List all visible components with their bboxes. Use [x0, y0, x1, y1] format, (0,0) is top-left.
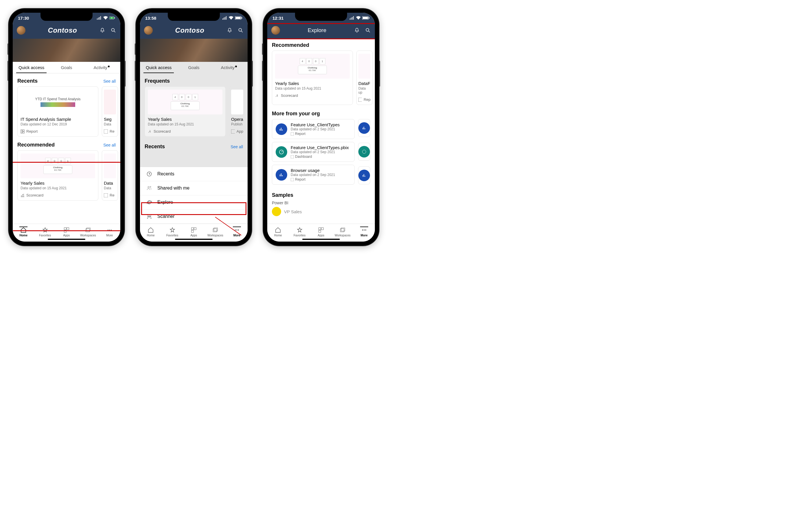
- nav-more[interactable]: More: [101, 227, 118, 237]
- hero-image: [13, 39, 120, 62]
- nav-apps[interactable]: Apps: [58, 227, 75, 237]
- svg-rect-42: [291, 155, 294, 158]
- scanner-icon: [146, 214, 152, 219]
- svg-point-44: [362, 150, 366, 154]
- home-icon: [275, 227, 281, 233]
- more-recents[interactable]: Recents: [140, 167, 248, 181]
- svg-rect-13: [86, 229, 90, 232]
- more-scanner[interactable]: Scanner: [140, 210, 248, 224]
- svg-point-15: [108, 230, 108, 231]
- nav-favorites[interactable]: Favorites: [164, 227, 181, 237]
- nav-apps[interactable]: Apps: [185, 227, 202, 237]
- star-icon: [169, 227, 176, 233]
- nav-home[interactable]: Home: [142, 227, 159, 237]
- report-icon: [291, 178, 294, 181]
- avatar[interactable]: [144, 26, 153, 35]
- svg-point-26: [146, 201, 152, 204]
- search-icon[interactable]: [238, 27, 244, 33]
- more-explore[interactable]: Explore: [140, 195, 248, 210]
- svg-rect-29: [192, 230, 194, 232]
- recommended-card-yearly-sales[interactable]: 4 0 0 1 Clothing63.76K Yearly Sales Data…: [272, 51, 353, 105]
- tab-goals[interactable]: Goals: [49, 62, 84, 73]
- apps-icon: [318, 227, 324, 233]
- home-icon: [20, 227, 27, 233]
- nav-workspaces[interactable]: Workspaces: [334, 227, 351, 237]
- avatar[interactable]: [17, 26, 25, 35]
- tab-activity[interactable]: Activity: [84, 62, 119, 73]
- frequent-card-partial[interactable]: Opera Publish App: [229, 86, 245, 137]
- phone-frame-2: 13:58 Contoso Quick access Goals Activit…: [136, 9, 252, 246]
- svg-rect-49: [341, 228, 345, 231]
- gauge-icon: [358, 146, 370, 158]
- org-item-feature-use-pbix[interactable]: Feature Use_ClientTypes.pbix Data update…: [272, 142, 355, 162]
- bell-icon[interactable]: [100, 27, 105, 33]
- recent-card-partial[interactable]: Seg Data Re: [102, 86, 118, 137]
- tab-activity[interactable]: Activity: [211, 62, 247, 73]
- nav-apps[interactable]: Apps: [312, 227, 330, 237]
- bell-icon[interactable]: [354, 27, 360, 33]
- apps-icon: [191, 227, 197, 233]
- hero-image: [140, 39, 248, 62]
- gauge-icon: [276, 146, 287, 158]
- org-item-partial-2[interactable]: [358, 143, 370, 161]
- svg-point-38: [366, 28, 369, 31]
- bell-icon[interactable]: [227, 27, 232, 33]
- svg-point-3: [111, 28, 114, 31]
- status-icons: [222, 16, 243, 20]
- report-icon: [358, 98, 362, 102]
- recommended-card-yearly-sales[interactable]: 4 0 0 1 Clothing63.76K Yearly Sales Data…: [17, 150, 98, 201]
- tab-goals[interactable]: Goals: [176, 62, 211, 73]
- tab-quick-access[interactable]: Quick access: [14, 62, 49, 73]
- tab-quick-access[interactable]: Quick access: [141, 62, 176, 73]
- svg-rect-48: [340, 229, 344, 232]
- nav-more[interactable]: More: [355, 227, 373, 237]
- nav-home[interactable]: Home: [15, 227, 32, 237]
- recommended-card-partial[interactable]: Data Data Re: [102, 150, 118, 201]
- recommended-heading: Recommended: [272, 42, 309, 48]
- home-icon: [148, 227, 154, 233]
- svg-point-21: [238, 28, 242, 31]
- svg-point-34: [238, 230, 239, 231]
- svg-rect-20: [242, 17, 242, 19]
- svg-rect-46: [321, 228, 323, 230]
- svg-rect-10: [64, 228, 66, 230]
- search-icon[interactable]: [365, 27, 371, 33]
- recents-see-all[interactable]: See all: [103, 79, 116, 83]
- nav-favorites[interactable]: Favorites: [36, 227, 54, 237]
- recent-card-it-spend[interactable]: YTD IT Spend Trend Analysis IT Spend Ana…: [17, 86, 98, 137]
- app-header: Explore: [267, 23, 375, 39]
- search-icon[interactable]: [110, 27, 116, 33]
- avatar[interactable]: [271, 26, 280, 35]
- nav-workspaces[interactable]: Workspaces: [206, 227, 224, 237]
- samples-heading: Samples: [272, 192, 293, 198]
- app-header: Contoso: [140, 23, 248, 39]
- org-item-partial-1[interactable]: [358, 119, 370, 137]
- svg-rect-37: [369, 17, 369, 19]
- nav-workspaces[interactable]: Workspaces: [79, 227, 97, 237]
- sample-item: VP Sales: [284, 209, 302, 214]
- more-shared[interactable]: Shared with me: [140, 181, 248, 195]
- report-icon: [104, 193, 108, 197]
- svg-rect-22: [231, 130, 235, 133]
- recommended-see-all[interactable]: See all: [103, 143, 116, 148]
- nav-home[interactable]: Home: [269, 227, 287, 237]
- org-item-feature-use[interactable]: Feature Use_ClientTypes Data updated on …: [272, 119, 355, 139]
- more-icon: [361, 227, 368, 233]
- recommended-card-partial[interactable]: DataF Data up Rep: [356, 51, 373, 105]
- more-org-heading: More from your org: [272, 111, 320, 117]
- svg-rect-5: [23, 130, 24, 131]
- svg-rect-11: [67, 228, 69, 230]
- svg-rect-19: [235, 17, 240, 19]
- clock: 13:58: [145, 16, 156, 21]
- org-item-partial-3[interactable]: [358, 166, 370, 184]
- scorecard-icon: [148, 130, 152, 133]
- org-item-browser-usage[interactable]: Browser usage Data updated on 2 Sep 2021…: [272, 165, 355, 185]
- frequent-card-yearly-sales[interactable]: 4 0 0 1 Clothing63.76K Yearly Sales Data…: [145, 86, 226, 137]
- brand-title: Contoso: [48, 26, 77, 34]
- svg-point-51: [363, 230, 364, 231]
- nav-favorites[interactable]: Favorites: [291, 227, 308, 237]
- svg-rect-4: [21, 130, 22, 133]
- svg-rect-40: [291, 132, 294, 135]
- people-icon: [146, 185, 152, 191]
- recents-see-all[interactable]: See all: [230, 144, 243, 149]
